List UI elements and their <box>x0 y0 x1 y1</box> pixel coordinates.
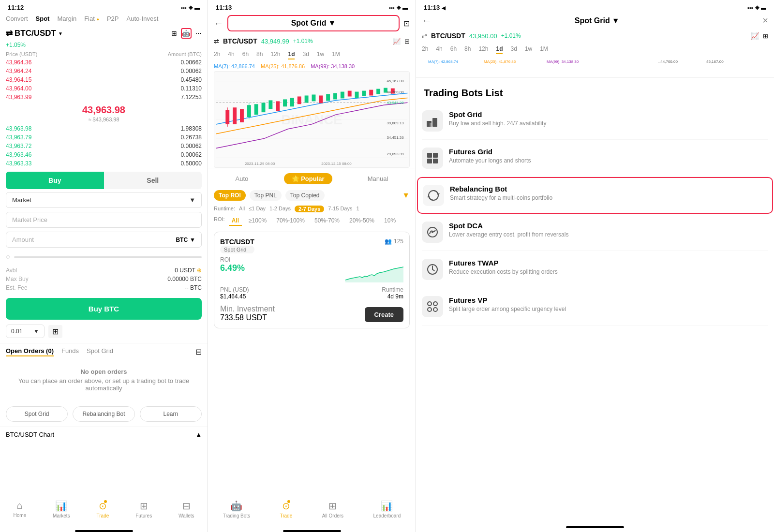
p2-settings-icon[interactable]: ⊞ <box>404 38 410 45</box>
amount-slider[interactable] <box>14 256 202 258</box>
tf-3d[interactable]: 3d <box>302 51 309 59</box>
top-copied-filter[interactable]: Top Copied <box>285 190 325 201</box>
learn-btn[interactable]: Learn <box>140 406 202 422</box>
p3-pair-name[interactable]: BTC/USDT <box>431 32 465 40</box>
nav-leaderboard[interactable]: 📊 Leaderboard <box>373 500 401 518</box>
nav-trade-2[interactable]: ⊙ Trade <box>280 500 292 518</box>
more-icon[interactable]: ··· <box>195 29 202 38</box>
filter-icon[interactable]: ▼ <box>402 191 410 200</box>
runtime-more[interactable]: 1 <box>356 206 359 212</box>
svg-rect-53 <box>433 159 438 163</box>
bottom-nav-2: 🤖 Trading Bots ⊙ Trade ⊞ All Orders 📊 Le… <box>208 495 416 528</box>
sell-tab[interactable]: Sell <box>104 172 202 189</box>
bot-item-rebalancing[interactable]: Rebalancing Bot Smart strategy for a mul… <box>417 177 773 214</box>
buy-tab[interactable]: Buy <box>6 172 104 189</box>
chart-chevron-icon[interactable]: ▲ <box>195 431 202 438</box>
tf-12h[interactable]: 12h <box>270 51 280 59</box>
tf-1d[interactable]: 1d <box>288 51 295 59</box>
p2-pair-name[interactable]: BTC/USDT <box>223 37 257 45</box>
popular-tab[interactable]: 🌟 Popular <box>284 173 332 184</box>
runtime-all[interactable]: All <box>239 206 245 212</box>
spot-grid-tab[interactable]: Spot Grid <box>87 347 113 356</box>
amount-input[interactable]: Amount BTC ▼ <box>6 232 202 248</box>
svg-rect-22 <box>319 96 323 103</box>
tf-1w[interactable]: 1w <box>317 51 324 59</box>
roi-50-70[interactable]: 50%-70% <box>312 216 342 226</box>
p3-tf-12h[interactable]: 12h <box>478 45 488 54</box>
auto-tab[interactable]: Auto <box>228 173 256 184</box>
p3-tf-3d[interactable]: 3d <box>510 45 517 54</box>
nav-convert[interactable]: Convert <box>6 15 28 22</box>
bot-item-spot-grid[interactable]: Spot Grid Buy low and sell high. 24/7 av… <box>422 103 768 140</box>
tf-2h[interactable]: 2h <box>214 51 220 59</box>
funds-tab[interactable]: Funds <box>61 347 79 356</box>
buy-btc-button[interactable]: Buy BTC <box>6 298 202 320</box>
pair-name[interactable]: ⇄ BTC/USDT ▼ <box>6 29 63 39</box>
p3-back-btn[interactable]: ← <box>422 15 432 26</box>
p3-tf-1w[interactable]: 1w <box>525 45 532 54</box>
spot-grid-bot-btn[interactable]: Spot Grid <box>6 406 68 422</box>
p3-tf-2h[interactable]: 2h <box>422 45 428 54</box>
p2-pair-price: 43,949.99 <box>261 38 289 45</box>
top-roi-filter[interactable]: Top ROI <box>214 190 246 201</box>
nav-home[interactable]: ⌂ Home <box>13 500 26 518</box>
p3-close-btn[interactable]: × <box>762 15 768 26</box>
p2-chart-icon[interactable]: 📈 <box>393 38 401 45</box>
rebalancing-bot-btn[interactable]: Rebalancing Bot <box>73 406 134 422</box>
tf-4h[interactable]: 4h <box>228 51 234 59</box>
amount-unit-selector[interactable]: BTC ▼ <box>176 236 195 243</box>
svg-rect-27 <box>355 92 359 98</box>
bot-item-spot-dca[interactable]: Spot DCA Lower average entry cost, profi… <box>422 214 768 251</box>
runtime-1d[interactable]: ≤1 Day <box>249 206 266 212</box>
nav-trade[interactable]: ⊙ Trade <box>97 500 109 518</box>
orders-more-icon[interactable]: ⊟ <box>195 347 202 356</box>
runtime-7-15d[interactable]: 7-15 Days <box>328 206 352 212</box>
nav-markets[interactable]: 📊 Markets <box>53 500 70 518</box>
roi-20-50[interactable]: 20%-50% <box>346 216 377 226</box>
roi-all[interactable]: All <box>229 216 242 226</box>
p3-chart-icon[interactable]: 📈 <box>751 32 759 40</box>
bot-item-futures-vp[interactable]: Futures VP Split large order among speci… <box>422 288 768 325</box>
top-pnl-filter[interactable]: Top PNL <box>250 190 282 201</box>
order-type-select[interactable]: Market ▼ <box>6 192 202 208</box>
grid-layout-icon[interactable]: ⊞ <box>48 325 62 338</box>
runtime-1-2d[interactable]: 1-2 Days <box>269 206 291 212</box>
nav-futures[interactable]: ⊞ Futures <box>135 500 152 518</box>
nav-margin[interactable]: Margin <box>57 15 76 22</box>
runtime-2-7d[interactable]: 2-7 Days <box>295 206 324 212</box>
p3-title[interactable]: Spot Grid ▼ <box>435 16 759 25</box>
chart-action-icon[interactable]: ⊞ <box>171 30 177 37</box>
nav-all-orders[interactable]: ⊞ All Orders <box>322 500 343 518</box>
nav-fiat[interactable]: Fiat ● <box>84 15 99 22</box>
bot-icon[interactable]: 🤖 <box>181 28 192 39</box>
p3-settings-icon[interactable]: ⊞ <box>763 32 768 40</box>
market-price-input[interactable]: Market Price <box>6 212 202 228</box>
tf-1m[interactable]: 1M <box>332 51 340 59</box>
bot-item-futures-grid[interactable]: Futures Grid Automate your longs and sho… <box>422 140 768 177</box>
p3-tf-4h[interactable]: 4h <box>436 45 442 54</box>
p3-tf-1m[interactable]: 1M <box>540 45 548 54</box>
p3-tf-8h[interactable]: 8h <box>464 45 471 54</box>
p3-mini-chart-strip: MA(7): 42,868.74 MA(25): 41,876.86 MA(99… <box>416 56 774 75</box>
create-btn[interactable]: Create <box>365 307 403 322</box>
p2-share-icon[interactable]: ⊡ <box>403 19 410 28</box>
p3-tf-1d[interactable]: 1d <box>496 45 503 54</box>
roi-10[interactable]: 10% <box>381 216 399 226</box>
nav-spot[interactable]: Spot <box>36 15 50 22</box>
runtime-val: 4d 9m <box>382 293 403 300</box>
nav-wallets[interactable]: ⊟ Wallets <box>179 500 194 518</box>
bot-item-futures-twap[interactable]: Futures TWAP Reduce execution costs by s… <box>422 251 768 288</box>
tf-8h[interactable]: 8h <box>256 51 263 59</box>
p2-title-dropdown[interactable]: Spot Grid ▼ <box>227 15 400 31</box>
nav-trading-bots[interactable]: 🤖 Trading Bots <box>223 500 250 518</box>
manual-tab[interactable]: Manual <box>360 173 396 184</box>
p3-tf-6h[interactable]: 6h <box>450 45 457 54</box>
nav-p2p[interactable]: P2P <box>107 15 119 22</box>
open-orders-tab[interactable]: Open Orders (0) <box>6 347 54 356</box>
roi-70-100[interactable]: 70%-100% <box>273 216 308 226</box>
tf-6h[interactable]: 6h <box>242 51 249 59</box>
qty-input[interactable]: 0.01 ▼ <box>6 325 45 338</box>
nav-autoinvest[interactable]: Auto-Invest <box>126 15 158 22</box>
p2-back-btn[interactable]: ← <box>214 18 223 29</box>
roi-100[interactable]: ≥100% <box>246 216 269 226</box>
